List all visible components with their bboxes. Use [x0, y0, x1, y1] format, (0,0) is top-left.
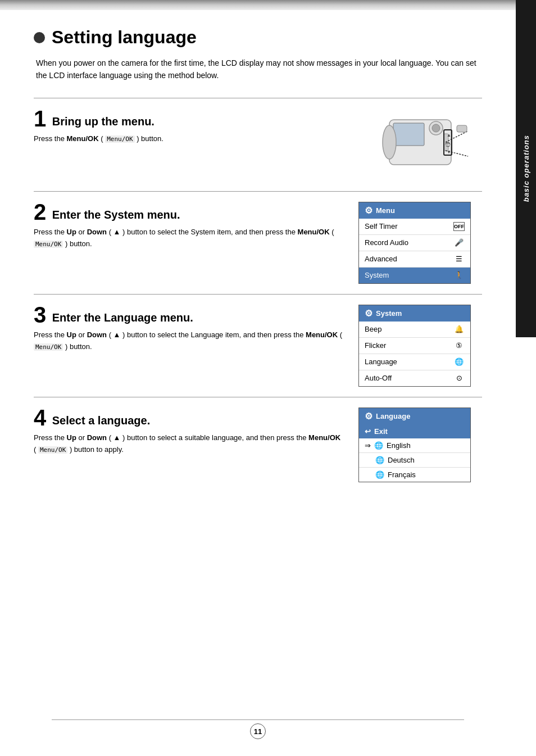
menu1-header-icon: ⚙ [365, 205, 373, 216]
language-item-francais-label: Français [388, 470, 416, 479]
svg-point-3 [432, 124, 440, 132]
language-menu-box: ⚙ Language ↩ Exit ⇒ 🌐 English 🌐 [358, 408, 471, 482]
step-2-menu: ⚙ Menu Self Timer OFF Record Audio 🎤 Adv… [358, 202, 482, 284]
lang-arrow-icon: ⇒ [365, 441, 371, 450]
page-bottom-line [52, 719, 464, 720]
step-1-header: 1 Bring up the menu. [34, 108, 345, 129]
step-4-section: 4 Select a language. Press the Up or Dow… [34, 408, 482, 482]
step-1-title: Bring up the menu. [52, 115, 155, 128]
page-title: Setting language [52, 27, 197, 48]
step-2-title: Enter the System menu. [52, 209, 180, 221]
step-3-section: 3 Enter the Language menu. Press the Up … [34, 305, 482, 387]
menu1-item-advanced-label: Advanced [365, 255, 397, 263]
step-1-number: 1 [34, 108, 46, 129]
svg-text:▲: ▲ [447, 133, 451, 138]
svg-rect-13 [457, 125, 467, 132]
step-3-number: 3 [34, 305, 46, 325]
system-item-language-label: Language [365, 357, 397, 366]
step-2-body: Press the Up or Down ( ▲ ) button to sel… [34, 227, 345, 250]
menu1-item-advanced-icon: ☰ [453, 255, 465, 264]
menu1-item-advanced: Advanced ☰ [359, 251, 470, 268]
system-item-flicker-icon: ⑤ [453, 341, 465, 350]
divider-2 [34, 191, 482, 192]
menu1-header-label: Menu [376, 206, 395, 215]
language-menu-header-icon: ⚙ [365, 411, 373, 422]
step-4-menu: ⚙ Language ↩ Exit ⇒ 🌐 English 🌐 [358, 408, 482, 482]
svg-text:▼: ▼ [447, 150, 451, 155]
sidebar-label: basic operations [522, 135, 530, 202]
system-item-beep: Beep 🔔 [359, 322, 470, 338]
sidebar-tab: basic operations [516, 0, 536, 337]
language-menu-header-label: Language [376, 412, 410, 420]
system-item-autooff: Auto-Off ⊙ [359, 370, 470, 386]
page-number: 11 [250, 723, 266, 739]
step-3-header: 3 Enter the Language menu. [34, 305, 345, 325]
step-4-left: 4 Select a language. Press the Up or Dow… [34, 408, 345, 456]
step-4-number: 4 [34, 408, 46, 428]
menu1-item-recordaudio-icon: 🎤 [453, 238, 465, 247]
system-item-language: Language 🌐 [359, 354, 470, 370]
language-item-english: ⇒ 🌐 English [359, 438, 470, 453]
step-4-body: Press the Up or Down ( ▲ ) button to sel… [34, 432, 345, 456]
menu1-item-system-label: System [365, 271, 389, 279]
system-item-autooff-icon: ⊙ [453, 374, 465, 383]
step-4-title: Select a language. [52, 414, 151, 427]
system-menu-header-label: System [376, 309, 402, 318]
system-item-autooff-label: Auto-Off [365, 374, 392, 382]
system-item-language-icon: 🌐 [453, 357, 465, 366]
menu1-item-selftimer: Self Timer OFF [359, 219, 470, 235]
step-1-body: Press the Menu/OK ( Menu/OK ) button. [34, 133, 345, 145]
svg-rect-1 [393, 123, 424, 146]
title-bullet [34, 32, 45, 43]
main-content: Setting language When you power on the c… [0, 10, 516, 504]
step-2-number: 2 [34, 202, 46, 222]
exit-arrow-icon: ↩ [365, 427, 371, 436]
language-menu-header: ⚙ Language [359, 408, 470, 424]
system-item-flicker-label: Flicker [365, 341, 386, 350]
language-exit-row: ↩ Exit [359, 424, 470, 438]
divider-4 [34, 397, 482, 397]
language-item-francais: 🌐 Français [359, 468, 470, 482]
camera-svg: ▲ ▼ OK [358, 108, 471, 179]
system-item-flicker: Flicker ⑤ [359, 338, 470, 354]
lang-francais-globe-icon: 🌐 [375, 470, 384, 479]
language-exit-label: Exit [374, 427, 388, 436]
system-menu-header: ⚙ System [359, 305, 470, 322]
step-2-left: 2 Enter the System menu. Press the Up or… [34, 202, 345, 250]
top-gradient-bar [0, 0, 536, 10]
menu1-item-system: System 🚶 [359, 268, 470, 283]
step-1-section: 1 Bring up the menu. Press the Menu/OK (… [34, 108, 482, 181]
step-3-body: Press the Up or Down ( ▲ ) button to sel… [34, 329, 345, 353]
step-2-section: 2 Enter the System menu. Press the Up or… [34, 202, 482, 284]
menu1-item-system-icon: 🚶 [453, 271, 465, 280]
step-2-header: 2 Enter the System menu. [34, 202, 345, 222]
lang-globe-icon: 🌐 [374, 441, 383, 450]
menu1-box: ⚙ Menu Self Timer OFF Record Audio 🎤 Adv… [358, 202, 471, 284]
system-item-beep-label: Beep [365, 325, 381, 333]
menu1-header: ⚙ Menu [359, 202, 470, 219]
divider-1 [34, 98, 482, 98]
menu1-item-recordaudio-label: Record Audio [365, 238, 408, 247]
menu1-item-recordaudio: Record Audio 🎤 [359, 235, 470, 251]
step-3-title: Enter the Language menu. [52, 311, 193, 324]
lang-deutsch-globe-icon: 🌐 [375, 456, 384, 464]
language-item-deutsch: 🌐 Deutsch [359, 453, 470, 468]
system-menu-header-icon: ⚙ [365, 308, 373, 319]
page-number-container: 11 [0, 719, 516, 739]
menu1-item-selftimer-label: Self Timer [365, 222, 398, 230]
step-3-menu: ⚙ System Beep 🔔 Flicker ⑤ Language 🌐 Aut… [358, 305, 482, 387]
system-menu-box: ⚙ System Beep 🔔 Flicker ⑤ Language 🌐 Aut… [358, 305, 471, 387]
menu1-item-selftimer-icon: OFF [453, 222, 465, 231]
divider-3 [34, 294, 482, 295]
step-3-left: 3 Enter the Language menu. Press the Up … [34, 305, 345, 353]
step-1-left: 1 Bring up the menu. Press the Menu/OK (… [34, 108, 345, 145]
step-1-illustration: ▲ ▼ OK [358, 108, 482, 181]
language-item-english-label: English [387, 441, 411, 450]
svg-text:OK: OK [446, 143, 451, 147]
step-4-header: 4 Select a language. [34, 408, 345, 428]
page-title-container: Setting language [34, 27, 482, 48]
system-item-beep-icon: 🔔 [453, 325, 465, 334]
language-item-deutsch-label: Deutsch [388, 456, 415, 464]
svg-point-5 [383, 125, 396, 159]
intro-text: When you power on the camera for the fir… [36, 57, 482, 82]
